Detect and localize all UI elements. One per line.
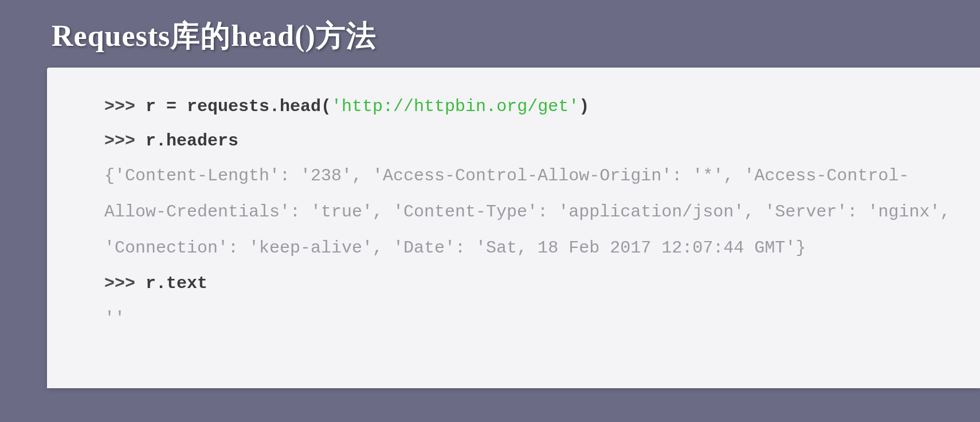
prompt-3: >>> [104,274,146,293]
url-string: 'http://httpbin.org/get' [331,97,579,116]
code-line-1: >>> r = requests.head('http://httpbin.or… [104,89,952,124]
prompt-1: >>> [104,97,146,116]
code-line-2: >>> r.headers [104,124,952,158]
output-headers: {'Content-Length': '238', 'Access-Contro… [104,158,952,266]
code-statement-1b: ) [579,97,589,116]
prompt-2: >>> [104,131,146,151]
code-line-3: >>> r.text [104,266,952,301]
code-statement-2: r.headers [146,131,238,151]
code-statement-1a: r = requests.head( [146,97,331,116]
slide-title: Requests库的head()方法 [0,0,980,68]
code-statement-3: r.text [146,274,207,293]
output-text: '' [104,301,952,337]
code-panel: >>> r = requests.head('http://httpbin.or… [47,68,980,388]
